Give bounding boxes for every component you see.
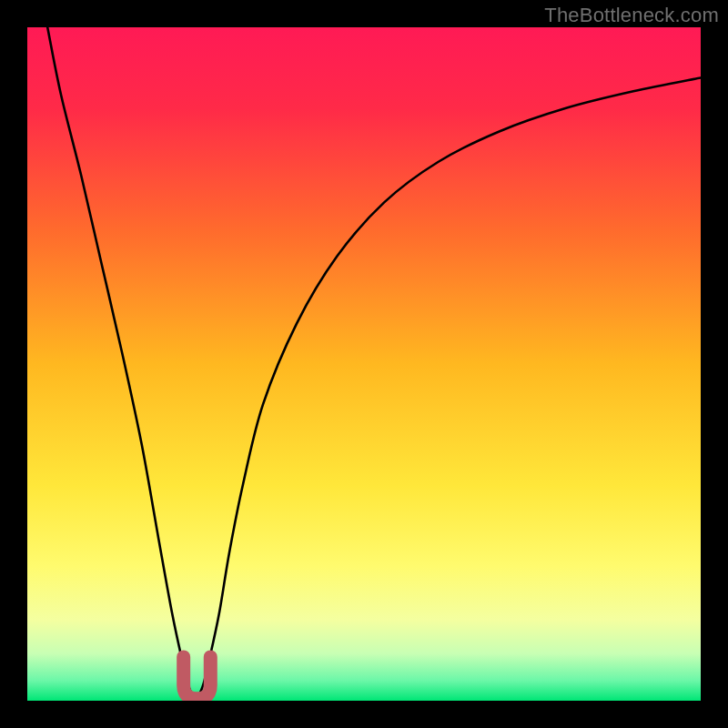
gradient-background	[27, 27, 701, 701]
plot-area	[27, 27, 701, 701]
chart-svg	[27, 27, 701, 701]
watermark-text: TheBottleneck.com	[544, 4, 719, 27]
chart-frame: TheBottleneck.com	[0, 0, 728, 728]
